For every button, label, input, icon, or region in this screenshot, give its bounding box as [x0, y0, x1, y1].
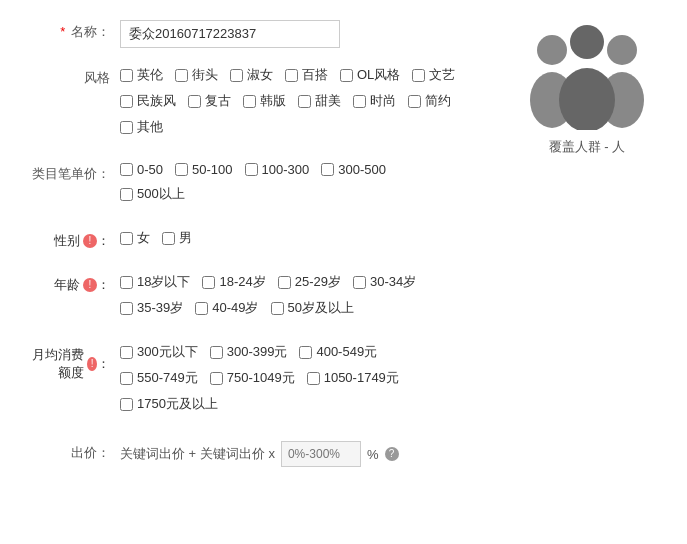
monthly-row: 月均消费额度 !： 300元以下 300-399元 400-549元 550-7…: [30, 343, 657, 421]
price-option-4[interactable]: 500以上: [120, 185, 185, 203]
monthly-option-0[interactable]: 300元以下: [120, 343, 198, 361]
age-option-6[interactable]: 50岁及以上: [271, 299, 354, 317]
svg-point-0: [537, 35, 567, 65]
gender-checkboxes: 女 男: [120, 229, 657, 255]
right-panel: 覆盖人群 - 人: [507, 20, 667, 156]
bid-row: 出价： 关键词出价 + 关键词出价 x % ?: [30, 441, 657, 467]
style-option-3[interactable]: 百搭: [285, 66, 328, 84]
price-option-2[interactable]: 100-300: [245, 162, 310, 177]
monthly-checkboxes: 300元以下 300-399元 400-549元 550-749元 750-10…: [120, 343, 657, 421]
monthly-info-icon[interactable]: !: [87, 357, 97, 371]
age-option-2[interactable]: 25-29岁: [278, 273, 341, 291]
svg-point-5: [559, 68, 615, 130]
style-label: 风格: [30, 66, 120, 87]
style-option-7[interactable]: 复古: [188, 92, 231, 110]
price-label: 类目笔单价：: [30, 162, 120, 183]
age-option-5[interactable]: 40-49岁: [195, 299, 258, 317]
age-label: 年龄: [54, 276, 80, 294]
gender-option-1[interactable]: 男: [162, 229, 192, 247]
monthly-label: 月均消费额度: [30, 346, 84, 382]
gender-row: 性别 !： 女 男: [30, 229, 657, 255]
bid-label: 出价：: [30, 441, 120, 462]
crowd-svg-icon: [522, 20, 652, 130]
age-option-0[interactable]: 18岁以下: [120, 273, 190, 291]
price-option-3[interactable]: 300-500: [321, 162, 386, 177]
price-checkboxes: 0-50 50-100 100-300 300-500 500以上: [120, 162, 657, 211]
gender-option-0[interactable]: 女: [120, 229, 150, 247]
bid-help-icon[interactable]: ?: [385, 447, 399, 461]
bid-formula-text: 关键词出价 + 关键词出价 x: [120, 445, 275, 463]
svg-point-4: [570, 25, 604, 59]
bid-content: 关键词出价 + 关键词出价 x % ?: [120, 441, 657, 467]
style-option-9[interactable]: 甜美: [298, 92, 341, 110]
gender-label-container: 性别 !：: [30, 229, 120, 250]
age-option-4[interactable]: 35-39岁: [120, 299, 183, 317]
style-option-1[interactable]: 街头: [175, 66, 218, 84]
bid-percent-input[interactable]: [281, 441, 361, 467]
percent-sign: %: [367, 447, 379, 462]
style-option-5[interactable]: 文艺: [412, 66, 455, 84]
monthly-option-5[interactable]: 1050-1749元: [307, 369, 399, 387]
gender-label: 性别: [54, 232, 80, 250]
style-option-6[interactable]: 民族风: [120, 92, 176, 110]
monthly-label-container: 月均消费额度 !：: [30, 343, 120, 382]
age-checkboxes: 18岁以下 18-24岁 25-29岁 30-34岁 35-39岁 40-49岁…: [120, 273, 657, 325]
price-option-1[interactable]: 50-100: [175, 162, 232, 177]
name-label: * 名称：: [30, 20, 120, 41]
price-option-0[interactable]: 0-50: [120, 162, 163, 177]
name-input[interactable]: [120, 20, 340, 48]
style-option-12[interactable]: 其他: [120, 118, 163, 136]
age-option-1[interactable]: 18-24岁: [202, 273, 265, 291]
style-option-8[interactable]: 韩版: [243, 92, 286, 110]
style-option-0[interactable]: 英伦: [120, 66, 163, 84]
style-option-2[interactable]: 淑女: [230, 66, 273, 84]
coverage-text: 覆盖人群 - 人: [549, 138, 626, 156]
bid-formula: 关键词出价 + 关键词出价 x % ?: [120, 441, 399, 467]
gender-info-icon[interactable]: !: [83, 234, 97, 248]
age-row: 年龄 !： 18岁以下 18-24岁 25-29岁 30-34岁 35-39岁 …: [30, 273, 657, 325]
monthly-option-6[interactable]: 1750元及以上: [120, 395, 218, 413]
monthly-option-1[interactable]: 300-399元: [210, 343, 288, 361]
style-option-11[interactable]: 简约: [408, 92, 451, 110]
price-row: 类目笔单价： 0-50 50-100 100-300 300-500 500以上: [30, 162, 657, 211]
monthly-option-3[interactable]: 550-749元: [120, 369, 198, 387]
age-option-3[interactable]: 30-34岁: [353, 273, 416, 291]
required-star: *: [60, 24, 65, 39]
monthly-option-2[interactable]: 400-549元: [299, 343, 377, 361]
svg-point-2: [607, 35, 637, 65]
age-label-container: 年龄 !：: [30, 273, 120, 294]
monthly-option-4[interactable]: 750-1049元: [210, 369, 295, 387]
age-info-icon[interactable]: !: [83, 278, 97, 292]
style-option-10[interactable]: 时尚: [353, 92, 396, 110]
style-option-4[interactable]: OL风格: [340, 66, 400, 84]
